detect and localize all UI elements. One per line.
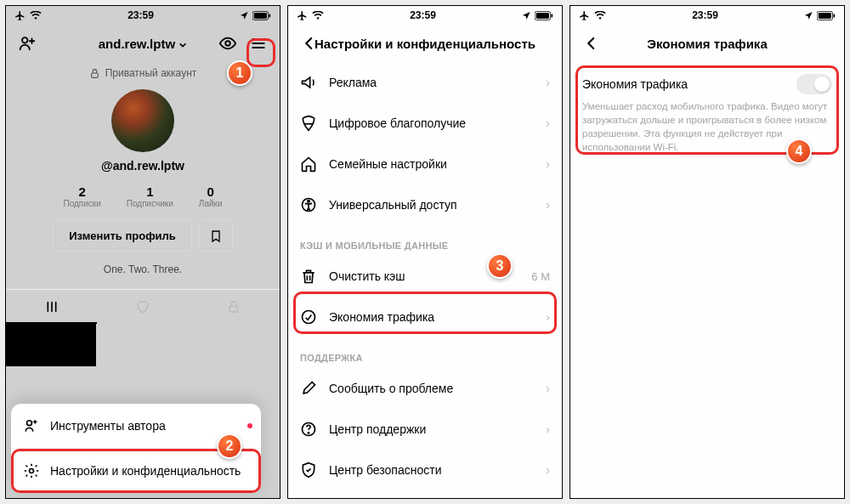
profile-header: and.rew.lptw: [6, 25, 280, 62]
back-button[interactable]: [300, 34, 319, 53]
item-family[interactable]: Семейные настройки›: [288, 144, 562, 184]
stat-likes[interactable]: 0Лайки: [199, 184, 223, 208]
battery-icon: [252, 11, 271, 20]
airplane-icon: [579, 10, 590, 21]
svg-point-7: [27, 421, 32, 426]
cache-size: 6 M: [531, 270, 550, 283]
airplane-icon: [14, 10, 26, 21]
stat-followers[interactable]: 1Подписчики: [127, 184, 173, 208]
step-badge-4: 4: [786, 139, 812, 164]
data-saver-toggle-row[interactable]: Экономия трафика: [570, 62, 844, 96]
tab-grid[interactable]: [6, 290, 97, 324]
screen-settings: 23:59 Настройки и конфиденциальность Рек…: [287, 5, 563, 499]
item-clear-cache[interactable]: Очистить кэш 6 M: [288, 256, 562, 297]
svg-point-14: [303, 311, 315, 324]
edit-profile-button[interactable]: Изменить профиль: [53, 220, 192, 252]
avatar[interactable]: [111, 89, 174, 152]
svg-point-4: [225, 41, 230, 46]
status-bar: 23:59: [288, 6, 562, 25]
wifi-icon: [30, 11, 42, 20]
item-report[interactable]: Сообщить о проблеме›: [288, 368, 562, 409]
page-title: Экономия трафика: [647, 37, 767, 51]
status-time: 23:59: [128, 9, 154, 21]
bio-text: One. Two. Three.: [104, 263, 182, 275]
step-badge-2: 2: [217, 433, 242, 459]
private-account-label: Приватный аккаунт: [89, 67, 197, 79]
toggle-switch[interactable]: [796, 74, 832, 94]
red-dot-icon: [247, 423, 252, 428]
section-support: ПОДДЕРЖКА: [288, 337, 562, 368]
screen-data-saver: 23:59 Экономия трафика Экономия трафика …: [570, 5, 845, 499]
svg-rect-6: [230, 306, 238, 312]
chevron-right-icon: ›: [546, 76, 550, 89]
item-accessibility[interactable]: Универсальный доступ›: [288, 184, 562, 225]
wifi-icon: [312, 11, 324, 20]
item-wellbeing[interactable]: Цифровое благополучие›: [288, 103, 562, 144]
svg-point-3: [22, 37, 27, 42]
svg-rect-11: [551, 14, 552, 17]
battery-icon: [535, 11, 553, 20]
svg-point-13: [308, 201, 310, 203]
svg-rect-5: [91, 72, 98, 76]
stat-following[interactable]: 2Подписки: [63, 184, 100, 208]
username-dropdown[interactable]: and.rew.lptw: [99, 37, 187, 51]
eye-icon[interactable]: [218, 34, 237, 53]
tab-liked[interactable]: [97, 290, 188, 324]
section-cache: КЭШ И МОБИЛЬНЫЕ ДАННЫЕ: [288, 225, 562, 256]
svg-rect-18: [819, 13, 831, 19]
item-safety-center[interactable]: Центр безопасности›: [288, 450, 562, 490]
stats-row: 2Подписки 1Подписчики 0Лайки: [63, 184, 222, 208]
location-icon: [804, 11, 813, 20]
step-badge-3: 3: [487, 253, 513, 279]
item-help-center[interactable]: Центр поддержки›: [288, 409, 562, 450]
status-time: 23:59: [692, 9, 718, 21]
tab-private[interactable]: [189, 290, 280, 324]
wifi-icon: [594, 11, 606, 20]
user-handle: @and.rew.lptw: [101, 159, 184, 173]
back-button[interactable]: [582, 34, 601, 53]
svg-rect-10: [536, 13, 549, 19]
screen-profile: 23:59 and.rew.lptw Приватный аккаунт @an…: [5, 5, 280, 499]
item-ads[interactable]: Реклама›: [288, 62, 562, 103]
airplane-icon: [297, 10, 308, 21]
page-title: Настройки и конфиденциальность: [314, 37, 536, 51]
location-icon: [240, 11, 249, 20]
data-saver-header: Экономия трафика: [570, 25, 844, 62]
battery-icon: [817, 11, 836, 20]
svg-rect-19: [833, 14, 835, 17]
status-bar: 23:59: [570, 6, 844, 25]
status-bar: 23:59: [6, 6, 280, 25]
item-data-saver[interactable]: Экономия трафика›: [288, 297, 562, 337]
svg-point-16: [308, 433, 309, 433]
step-badge-1: 1: [227, 60, 252, 86]
status-time: 23:59: [410, 9, 436, 21]
svg-rect-1: [254, 13, 267, 19]
svg-point-8: [30, 469, 34, 473]
svg-rect-2: [269, 14, 270, 17]
bookmark-button[interactable]: [199, 220, 233, 252]
settings-header: Настройки и конфиденциальность: [288, 25, 562, 62]
hamburger-icon[interactable]: [249, 34, 268, 53]
profile-tabs: [6, 289, 280, 324]
add-user-icon[interactable]: [18, 34, 37, 53]
location-icon: [522, 11, 531, 20]
